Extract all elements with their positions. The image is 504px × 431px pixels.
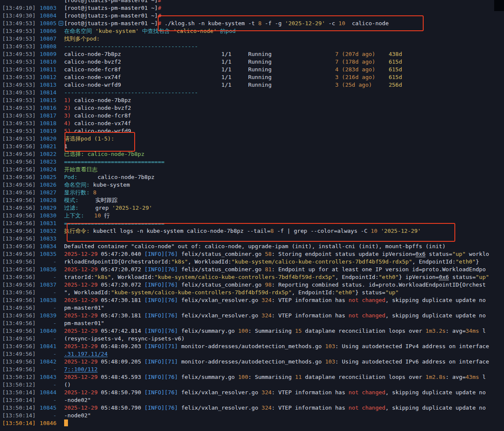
- text-segment: [375, 51, 389, 57]
- text-segment: (resync-ipsets-v4, resync-ipsets-v6): [64, 335, 185, 342]
- gutter-timestamp: [13:49:56]: [0, 343, 35, 350]
- gutter-timestamp: [13:49:53]: [0, 58, 35, 66]
- gutter-line-number: 10835: [40, 250, 64, 258]
- text-segment: 2025-12-29: [64, 297, 97, 303]
- gutter: [13:49:56]10840: [0, 327, 64, 335]
- text-segment: 2025-12-29: [64, 281, 97, 288]
- terminal-output: [root@jtuatzs-pm-master01 ~]#[13:49:10]1…: [0, 0, 504, 427]
- terminal-line-text: (): [64, 381, 504, 389]
- text-segment: #: [158, 20, 161, 26]
- text-segment: not changed: [348, 389, 385, 396]
- gutter: [13:49:56]10829: [0, 204, 64, 212]
- terminal-row-continuation: [13:49:56]-pm-master01": [0, 304, 504, 312]
- gutter: [13:49:56]10823: [0, 158, 64, 166]
- fold-collapse-icon[interactable]: −: [59, 21, 63, 26]
- text-segment: calico-node-fcr8f 1/1 Running: [64, 66, 335, 73]
- gutter-timestamp: [13:49:56]: [0, 273, 35, 281]
- text-segment: 2): [64, 105, 71, 111]
- gutter: [13:49:56]10834: [0, 243, 64, 250]
- text-segment: 显示行数:: [64, 189, 90, 196]
- gutter-line-number: 10828: [40, 196, 64, 204]
- gutter: [0, 0, 64, 4]
- gutter-timestamp: [13:49:56]: [0, 281, 35, 289]
- terminal-row: [13:49:53]108162) calico-node-bvzf2: [0, 104, 504, 112]
- terminal-line-text: 2025-12-29 05:48:09.203 [INFO][71] monit…: [64, 343, 504, 350]
- gutter-timestamp: [13:49:56]: [0, 220, 35, 227]
- text-segment: 2025-12-29: [64, 374, 97, 380]
- text-segment: 10: [371, 228, 377, 234]
- terminal-row: [13:49:30]10804[root@jtuatzs-pm-master01…: [0, 12, 504, 20]
- text-segment: dataplane reconciliation loops over: [302, 374, 426, 380]
- terminal-row: [13:49:53]108173) calico-node-fcr8f: [0, 112, 504, 120]
- gutter-line-number: -: [53, 350, 64, 358]
- text-segment: 98: [265, 281, 272, 288]
- text-segment: calico-node-7b8pz: [71, 97, 131, 103]
- terminal-line-text: calico-node-wrfd9 1/1 Running 3 (25d ago…: [64, 81, 504, 89]
- text-segment: kube-system: [90, 182, 130, 188]
- text-segment: "eth0": [379, 274, 399, 280]
- terminal-row: [13:50:14]108442025-12-29 05:48:50.790 […: [0, 389, 504, 396]
- text-segment: 开始查看日志: [64, 166, 97, 173]
- gutter-line-number: 10840: [40, 327, 64, 335]
- terminal-line-text: calico-node-vx74f 1/1 Running 3 (216d ag…: [64, 73, 504, 81]
- gutter-timestamp: [13:49:53]: [0, 135, 35, 143]
- terminal-row: [13:49:56]10826命名空间: kube-system: [0, 181, 504, 189]
- gutter-timestamp: [13:49:56]: [0, 335, 35, 343]
- text-segment: 2025-12-29: [64, 358, 97, 365]
- text-segment: 324: [262, 389, 271, 396]
- text-segment: ==============================: [64, 220, 165, 226]
- terminal-line-text: 5) calico-node-wrfd9: [64, 127, 504, 135]
- terminal-line-text: 1: [64, 143, 504, 150]
- terminal-line-text: 2025-12-29 05:47:20.072 [INFO][76] felix…: [64, 281, 504, 289]
- terminal-line-text: ==============================: [64, 158, 504, 166]
- text-segment: [INFO][71]: [144, 358, 178, 365]
- gutter-line-number: 10845: [40, 404, 64, 412]
- text-segment: calico-node-wrfd9 1/1 Running: [64, 82, 335, 88]
- gutter-line-number: 10844: [40, 389, 64, 396]
- gutter: [13:49:56]-: [0, 304, 64, 312]
- text-segment: felix/vxlan_resolver.go: [178, 405, 262, 411]
- gutter-timestamp: [13:50:14]: [0, 419, 35, 427]
- text-segment: .31.197.11/24: [64, 351, 108, 357]
- gutter-line-number: 10812: [40, 73, 64, 81]
- terminal[interactable]: [root@jtuatzs-pm-master01 ~]#[13:49:10]1…: [0, 0, 504, 431]
- terminal-row: [13:49:56]10824开始查看日志: [0, 166, 504, 173]
- text-segment: 615d: [389, 74, 402, 80]
- text-segment: pm-master01": [64, 305, 104, 311]
- terminal-line-text: [root@jtuatzs-pm-master01 ~]#: [64, 4, 504, 12]
- text-segment: : VTEP information has: [271, 297, 348, 303]
- terminal-row-continuation: [13:50:12]-(): [0, 381, 504, 389]
- terminal-row: [13:49:56]108412025-12-29 05:48:09.203 […: [0, 343, 504, 350]
- scrollbar-corner-block[interactable]: [494, 0, 504, 11]
- text-segment: 15: [295, 328, 302, 334]
- text-segment: 2025-12-29: [64, 266, 97, 273]
- text-segment: "kube-system/calico-kube-controllers-7bd…: [231, 258, 412, 265]
- text-segment: [root@jtuatzs-pm-master01 ~]: [64, 0, 158, 3]
- text-segment: 615d: [389, 59, 402, 65]
- terminal-row: [13:49:56]10833: [0, 235, 504, 243]
- text-segment: -node02": [64, 397, 91, 403]
- text-segment: tratorId:: [64, 274, 94, 280]
- terminal-line-text: 2) calico-node-bvzf2: [64, 104, 504, 112]
- text-segment: 1: [64, 143, 68, 150]
- terminal-row-continuation: [13:50:14]--node02": [0, 396, 504, 404]
- gutter-timestamp: [13:49:53]: [0, 120, 35, 127]
- text-segment: 3 (216d ago): [335, 74, 375, 80]
- terminal-line-text: -node02": [64, 396, 504, 404]
- text-segment: "kube-system/calico-kube-controllers-7bd…: [111, 289, 292, 296]
- text-segment: "kube-system/calico-kube-controllers-7bd…: [154, 274, 335, 280]
- terminal-line-text: [root@jtuatzs-pm-master01 ~]#: [64, 0, 504, 4]
- gutter-timestamp: [13:49:56]: [0, 266, 35, 273]
- text-segment: 过滤:: [64, 205, 79, 211]
- text-segment: 'kube-system': [95, 28, 139, 34]
- terminal-cursor: [64, 419, 68, 426]
- text-segment: felix/vxlan_resolver.go: [178, 389, 262, 396]
- gutter: [13:49:56]-: [0, 350, 64, 358]
- gutter: [13:50:14]-: [0, 396, 64, 404]
- gutter: [13:49:53]10820: [0, 135, 64, 143]
- text-segment: not changed: [348, 405, 385, 411]
- terminal-line-text: Defaulted container "calico-node" out of…: [64, 243, 504, 250]
- text-segment: calico-node-vx74f 1/1 Running: [64, 74, 335, 80]
- gutter-timestamp: [13:49:56]: [0, 250, 35, 258]
- text-segment: 1): [64, 97, 71, 103]
